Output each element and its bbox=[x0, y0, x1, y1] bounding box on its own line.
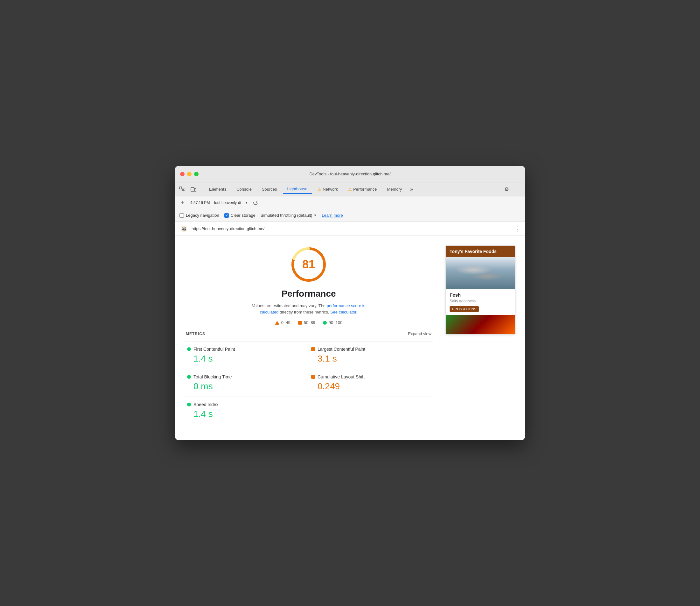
food-image2 bbox=[446, 315, 515, 334]
fail-range: 0–49 bbox=[281, 320, 290, 325]
expand-view-button[interactable]: Expand view bbox=[408, 331, 431, 336]
metric-tbt: Total Blocking Time 0 ms bbox=[185, 369, 309, 397]
tab-performance[interactable]: ⚠ Performance bbox=[344, 185, 381, 193]
fcp-value: 1.4 s bbox=[187, 354, 306, 364]
window-title: DevTools - foul-heavenly-direction.glitc… bbox=[309, 171, 390, 176]
svg-rect-0 bbox=[179, 187, 182, 189]
throttle-label: Simulated throttling (default) bbox=[261, 213, 312, 218]
more-tabs-button[interactable]: » bbox=[408, 185, 415, 193]
traffic-lights bbox=[180, 172, 198, 176]
maximize-button[interactable] bbox=[194, 172, 198, 176]
average-range: 50–89 bbox=[304, 320, 315, 325]
si-label: Speed Index bbox=[193, 402, 219, 407]
legacy-nav-label: Legacy navigation bbox=[186, 213, 219, 218]
device-mode-icon[interactable] bbox=[189, 185, 198, 194]
session-toolbar: + 4:57:16 PM – foul-heavenly-di ▼ bbox=[175, 196, 525, 209]
lcp-label: Largest Contentful Paint bbox=[317, 347, 365, 352]
score-circle: 81 bbox=[290, 246, 328, 284]
network-warning-icon: ⚠ bbox=[317, 187, 321, 192]
options-bar: Legacy navigation Clear storage Simulate… bbox=[175, 209, 525, 222]
legend-average: 50–89 bbox=[298, 320, 315, 325]
clear-storage-option[interactable]: Clear storage bbox=[224, 213, 256, 218]
left-panel: 81 Performance Values are estimated and … bbox=[185, 246, 433, 430]
calculator-link[interactable]: See calculator. bbox=[330, 310, 357, 314]
more-options-icon[interactable]: ⋮ bbox=[513, 185, 523, 194]
tab-memory[interactable]: Memory bbox=[383, 185, 406, 193]
desc-text: Values are estimated and may vary. The bbox=[252, 303, 325, 308]
metric-lcp: Largest Contentful Paint 3.1 s bbox=[309, 342, 433, 369]
metric-si: Speed Index 1.4 s bbox=[185, 397, 309, 424]
tab-network[interactable]: ⚠ Network bbox=[313, 185, 342, 193]
main-content: 81 Performance Values are estimated and … bbox=[175, 236, 525, 440]
good-icon bbox=[323, 321, 327, 325]
lcp-label-row: Largest Contentful Paint bbox=[311, 347, 430, 352]
throttle-dropdown[interactable]: Simulated throttling (default) ▼ bbox=[261, 213, 317, 218]
desc-middle: directly from these metrics. bbox=[280, 310, 330, 314]
si-value: 1.4 s bbox=[187, 409, 306, 419]
tbt-label: Total Blocking Time bbox=[193, 374, 232, 379]
learn-more-link[interactable]: Learn more bbox=[322, 213, 343, 218]
url-more-button[interactable]: ⋮ bbox=[514, 225, 521, 232]
score-number: 81 bbox=[302, 258, 315, 271]
score-legend: 0–49 50–89 90–100 bbox=[275, 320, 342, 325]
devtools-window: DevTools - foul-heavenly-direction.glitc… bbox=[175, 166, 525, 440]
tabs-bar: Elements Console Sources Lighthouse ⚠ Ne… bbox=[175, 182, 525, 196]
pros-cons-button[interactable]: PROS & CONS bbox=[450, 306, 479, 312]
right-panel: Tony's Favorite Foods Fesh Salty goodnes… bbox=[445, 246, 515, 430]
tbt-dot bbox=[187, 375, 191, 379]
score-container: 81 Performance Values are estimated and … bbox=[185, 246, 433, 325]
fail-icon bbox=[275, 321, 280, 325]
clear-storage-checkbox[interactable] bbox=[224, 213, 229, 218]
session-label: 4:57:16 PM – foul-heavenly-di bbox=[190, 201, 241, 205]
food-name: Fesh bbox=[450, 292, 511, 298]
tabs-right: ⚙ ⋮ bbox=[502, 185, 523, 194]
svg-text:🦝: 🦝 bbox=[182, 226, 187, 232]
tbt-value: 0 ms bbox=[187, 381, 306, 392]
svg-rect-2 bbox=[194, 188, 196, 191]
si-dot bbox=[187, 403, 191, 406]
tab-sources[interactable]: Sources bbox=[258, 185, 282, 193]
divider bbox=[202, 185, 202, 194]
tbt-label-row: Total Blocking Time bbox=[187, 374, 306, 379]
minimize-button[interactable] bbox=[187, 172, 192, 176]
cls-label-row: Cumulative Layout Shift bbox=[311, 374, 430, 379]
performance-title: Performance bbox=[281, 289, 336, 299]
tab-elements[interactable]: Elements bbox=[204, 185, 231, 193]
fcp-dot bbox=[187, 347, 191, 351]
lcp-value: 3.1 s bbox=[311, 354, 430, 364]
reload-button[interactable] bbox=[252, 199, 259, 207]
legacy-nav-checkbox[interactable] bbox=[179, 213, 184, 218]
food-card-header: Tony's Favorite Foods bbox=[446, 246, 515, 257]
metrics-title: METRICS bbox=[186, 332, 205, 336]
site-icon: 🦝 bbox=[179, 225, 188, 233]
food-image-fish bbox=[446, 257, 515, 289]
metrics-grid: First Contentful Paint 1.4 s Largest Con… bbox=[185, 342, 433, 424]
title-bar: DevTools - foul-heavenly-direction.glitc… bbox=[175, 166, 525, 182]
tab-console[interactable]: Console bbox=[232, 185, 256, 193]
legend-good: 90–100 bbox=[323, 320, 342, 325]
add-session-button[interactable]: + bbox=[179, 199, 187, 207]
fish-image-bg bbox=[446, 257, 515, 289]
tab-lighthouse[interactable]: Lighthouse bbox=[283, 185, 312, 194]
metrics-header: METRICS Expand view bbox=[185, 331, 433, 336]
metric-fcp: First Contentful Paint 1.4 s bbox=[185, 342, 309, 369]
lcp-dot bbox=[311, 347, 315, 351]
si-label-row: Speed Index bbox=[187, 402, 306, 407]
svg-rect-1 bbox=[191, 187, 194, 191]
cls-label: Cumulative Layout Shift bbox=[317, 374, 365, 379]
fcp-label: First Contentful Paint bbox=[193, 347, 235, 352]
settings-icon[interactable]: ⚙ bbox=[502, 185, 511, 194]
url-bar: 🦝 https://foul-heavenly-direction.glitch… bbox=[175, 222, 525, 236]
legacy-nav-option[interactable]: Legacy navigation bbox=[179, 213, 219, 218]
session-dropdown-arrow[interactable]: ▼ bbox=[245, 201, 248, 204]
url-text[interactable]: https://foul-heavenly-direction.glitch.m… bbox=[192, 226, 511, 231]
performance-description: Values are estimated and may vary. The p… bbox=[245, 303, 372, 315]
inspect-icon[interactable] bbox=[177, 185, 187, 194]
food-card: Tony's Favorite Foods Fesh Salty goodnes… bbox=[445, 246, 515, 334]
metrics-section: METRICS Expand view First Contentful Pai… bbox=[185, 331, 433, 430]
svg-point-3 bbox=[254, 201, 258, 205]
average-icon bbox=[298, 321, 302, 325]
food-details: Fesh Salty goodness PROS & CONS bbox=[446, 289, 515, 315]
close-button[interactable] bbox=[180, 172, 185, 176]
metric-cls: Cumulative Layout Shift 0.249 bbox=[309, 369, 433, 397]
